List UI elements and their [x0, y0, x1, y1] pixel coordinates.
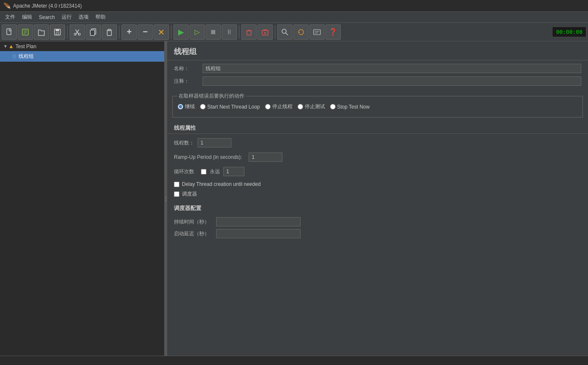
forever-label: 永远 — [210, 168, 220, 175]
paste-button[interactable] — [102, 25, 117, 40]
ramp-up-input[interactable] — [249, 153, 282, 162]
menu-search[interactable]: Search — [35, 13, 58, 22]
radio-stop-test[interactable]: 停止测试 — [298, 103, 325, 110]
delay-thread-checkbox[interactable] — [174, 182, 179, 187]
radio-start-next-loop[interactable]: Start Next Thread Loop — [200, 104, 260, 110]
loop-count-row: 循环次数 永远 — [167, 165, 588, 178]
svg-rect-3 — [56, 29, 59, 31]
sidebar: ▼ ▲ Test Plan ⚙ 线程组 — [0, 41, 165, 356]
sidebar-resize-handle[interactable] — [165, 41, 167, 356]
comment-label: 注释： — [174, 78, 199, 85]
radio-stop-test-input[interactable] — [298, 104, 303, 109]
name-label: 名称： — [174, 65, 199, 72]
main-layout: ▼ ▲ Test Plan ⚙ 线程组 线程组 名称： 注释： 在 — [0, 41, 588, 356]
panel-title: 线程组 — [167, 41, 588, 60]
radio-stop-thread-input[interactable] — [265, 104, 271, 109]
threadgroup-icon: ⚙ — [12, 53, 17, 60]
comment-input[interactable] — [203, 76, 581, 86]
thread-count-input[interactable] — [198, 138, 231, 147]
duration-row: 持续时间（秒） — [174, 217, 581, 226]
menu-options[interactable]: 选项 — [75, 12, 92, 22]
templates-button[interactable] — [18, 25, 33, 40]
scheduler-label: 调度器 — [182, 191, 197, 198]
menu-help[interactable]: 帮助 — [92, 12, 109, 22]
shutdown-button[interactable]: ⏸ — [222, 25, 237, 40]
svg-rect-4 — [56, 33, 59, 35]
svg-point-13 — [282, 29, 286, 33]
remove-button[interactable]: − — [138, 25, 153, 40]
testplan-icon: ▲ — [8, 43, 14, 49]
startup-delay-input[interactable] — [216, 229, 301, 238]
radio-continue-input[interactable] — [178, 104, 183, 109]
add-button[interactable]: + — [122, 25, 137, 40]
ramp-up-row: Ramp-Up Period (in seconds): — [167, 151, 588, 163]
comment-row: 注释： — [174, 76, 581, 86]
open-button[interactable] — [34, 25, 49, 40]
name-input[interactable] — [203, 64, 581, 73]
title-bar: 🪶 Apache JMeter (4.0 r1823414) — [0, 0, 588, 12]
copy-button[interactable] — [86, 25, 101, 40]
testplan-label: Test Plan — [16, 44, 36, 49]
radio-stop-thread[interactable]: 停止线程 — [265, 103, 293, 110]
radio-continue-label: 继续 — [185, 103, 195, 110]
delay-thread-row: Delay Thread creation until needed — [167, 180, 588, 189]
name-row: 名称： — [174, 64, 581, 73]
cut-button[interactable] — [70, 25, 85, 40]
forever-checkbox[interactable] — [201, 169, 206, 174]
toolbar-sep-2 — [119, 26, 119, 38]
menu-run[interactable]: 运行 — [58, 12, 75, 22]
toolbar: + − ▶ ▷ ⏹ ⏸ ❓ 00:00:00 — [0, 23, 588, 41]
start-button[interactable]: ▶ — [173, 25, 189, 40]
radio-group-actions: 继续 Start Next Thread Loop 停止线程 停止测试 Stop… — [178, 100, 577, 114]
duration-label: 持续时间（秒） — [174, 218, 216, 226]
thread-count-row: 线程数： — [167, 136, 588, 149]
reset-search-button[interactable] — [293, 25, 309, 40]
duration-input[interactable] — [216, 217, 301, 226]
toolbar-sep-4 — [239, 26, 239, 38]
menu-file[interactable]: 文件 — [2, 12, 19, 22]
toggle-button[interactable] — [154, 25, 169, 40]
clear-button[interactable] — [241, 25, 257, 40]
scheduler-config-title: 调度器配置 — [174, 201, 581, 214]
radio-stop-test-now-input[interactable] — [330, 104, 336, 109]
radio-stop-test-now[interactable]: Stop Test Now — [330, 104, 370, 110]
help-button[interactable]: ❓ — [325, 25, 341, 40]
radio-stop-thread-label: 停止线程 — [272, 103, 293, 110]
action-group-title: 在取样器错误后要执行的动作 — [177, 93, 246, 100]
action-group-box: 在取样器错误后要执行的动作 继续 Start Next Thread Loop … — [172, 96, 583, 117]
radio-continue[interactable]: 继续 — [178, 103, 195, 110]
svg-rect-14 — [314, 30, 320, 35]
start-no-pause-button[interactable]: ▷ — [190, 25, 205, 40]
radio-start-next-loop-label: Start Next Thread Loop — [207, 104, 260, 110]
radio-stop-test-label: 停止测试 — [305, 103, 325, 110]
toolbar-sep-5 — [275, 26, 275, 38]
toolbar-sep-1 — [67, 26, 68, 38]
save-button[interactable] — [50, 25, 65, 40]
function-helper-button[interactable] — [309, 25, 325, 40]
status-bar — [0, 356, 588, 365]
threadgroup-label: 线程组 — [19, 53, 34, 60]
menu-bar: 文件 编辑 Search 运行 选项 帮助 — [0, 12, 588, 23]
toolbar-sep-3 — [171, 26, 171, 38]
radio-stop-test-now-label: Stop Test Now — [337, 104, 370, 110]
thread-count-label: 线程数： — [174, 139, 194, 147]
loop-count-input[interactable] — [223, 167, 244, 176]
sidebar-item-testplan[interactable]: ▼ ▲ Test Plan — [0, 41, 164, 51]
menu-edit[interactable]: 编辑 — [19, 12, 35, 22]
sidebar-item-threadgroup[interactable]: ⚙ 线程组 — [0, 51, 164, 62]
toolbar-timer: 00:00:00 — [552, 27, 586, 37]
radio-start-next-loop-input[interactable] — [200, 104, 206, 109]
ramp-up-label: Ramp-Up Period (in seconds): — [174, 154, 242, 160]
stop-button[interactable]: ⏹ — [206, 25, 221, 40]
scheduler-checkbox[interactable] — [174, 191, 179, 197]
svg-rect-0 — [7, 29, 11, 35]
loop-count-label: 循环次数 — [174, 168, 194, 175]
delay-thread-label: Delay Thread creation until needed — [182, 181, 261, 187]
app-icon: 🪶 — [3, 3, 11, 9]
startup-delay-label: 启动延迟（秒） — [174, 230, 216, 237]
startup-delay-row: 启动延迟（秒） — [174, 229, 581, 238]
search-button[interactable] — [277, 25, 293, 40]
clear-all-button[interactable] — [257, 25, 273, 40]
thread-props-title: 线程属性 — [167, 121, 588, 134]
new-button[interactable] — [2, 25, 17, 40]
